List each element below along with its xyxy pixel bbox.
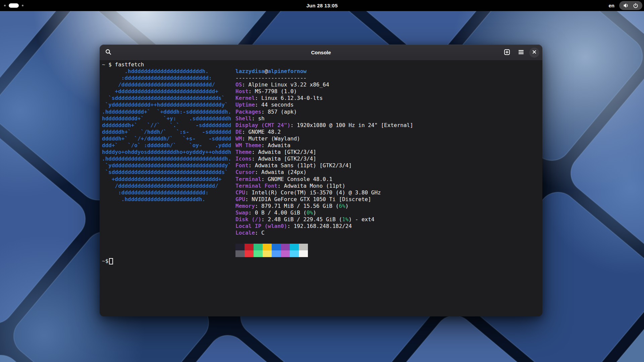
info-segment-label: Display (CMT 24")	[235, 122, 290, 128]
info-segment-accent: lazzydisa	[235, 68, 265, 74]
prompt-path: ~	[102, 258, 105, 264]
info-segment-text: : Mutter (Wayland)	[242, 135, 300, 142]
info-segment-text: : 644x362 @ 100 Hz in 24" [External]	[290, 122, 413, 128]
hamburger-menu-icon	[518, 49, 524, 56]
info-segment-accent: alpinefornow	[268, 68, 307, 74]
info-line: WM Theme: Adwaita	[235, 142, 413, 149]
info-segment-text: : Adwaita Sans (11pt) [GTK2/3/4]	[249, 162, 352, 169]
info-line: Font: Adwaita Sans (11pt) [GTK2/3/4]	[235, 162, 413, 169]
window-titlebar[interactable]: Console	[100, 45, 542, 61]
workspace-dot[interactable]	[4, 5, 6, 6]
search-icon	[105, 49, 112, 56]
clock[interactable]: Jun 28 13:05	[306, 0, 338, 11]
volume-icon	[623, 3, 629, 8]
info-segment-label: Cursor	[235, 169, 255, 175]
system-menu[interactable]	[619, 1, 642, 10]
info-line: WM: Mutter (Wayland)	[235, 135, 413, 142]
info-segment-label: GPU	[235, 196, 245, 202]
info-line: Kernel: Linux 6.12.34-0-lts	[235, 95, 413, 102]
console-window: Console	[100, 45, 542, 316]
info-segment-label: Locale	[235, 230, 255, 236]
palette-swatch	[272, 244, 281, 250]
palette-swatch	[245, 250, 254, 257]
info-segment-label: Uptime	[235, 102, 255, 108]
info-segment-label: Shell	[235, 115, 252, 122]
info-line: Cursor: Adwaita (24px)	[235, 169, 413, 176]
info-segment-label: WM	[235, 135, 242, 142]
info-line: Locale: C	[235, 230, 413, 236]
titlebar-actions	[501, 47, 539, 58]
palette-swatch	[235, 244, 245, 250]
fastfetch-info: lazzydisa@alpinefornow------------------…	[235, 68, 413, 236]
info-segment-green: 1%	[342, 216, 348, 223]
terminal-cursor[interactable]	[109, 258, 113, 264]
command-line: ~ $ fastfetch	[102, 61, 144, 68]
palette-swatch	[281, 244, 290, 250]
info-segment-text: )	[345, 203, 349, 209]
input-source-indicator[interactable]: en	[608, 3, 614, 8]
info-line: ----------------------	[235, 75, 413, 81]
color-palette	[235, 244, 308, 257]
info-segment-text: : 2.48 GiB / 229.45 GiB (	[261, 216, 342, 223]
workspace-indicator[interactable]	[4, 0, 23, 11]
workspace-pill-active[interactable]	[9, 3, 19, 8]
close-icon	[532, 50, 537, 55]
info-line: Memory: 879.71 MiB / 15.56 GiB (6%)	[235, 203, 413, 209]
palette-swatch	[263, 244, 272, 250]
info-segment-text: : GNOME 48.2	[242, 129, 281, 135]
info-segment-label: WM Theme	[235, 142, 261, 148]
info-segment-text: : NVIDIA GeForce GTX 1050 Ti [Discrete]	[245, 196, 371, 202]
info-segment-text: : MS-7798 (1.0)	[249, 88, 297, 95]
workspace-dot[interactable]	[22, 5, 23, 6]
menu-button[interactable]	[515, 47, 527, 58]
desktop: Jun 28 13:05 en	[0, 0, 644, 362]
info-segment-text: : 0 B / 4.00 GiB (	[249, 209, 307, 216]
palette-swatch	[299, 244, 308, 250]
info-segment-text: : Alpine Linux v3.22 x86_64	[242, 81, 329, 88]
info-segment-text: : Adwaita Mono (11pt)	[277, 183, 345, 189]
info-line: Shell: sh	[235, 115, 413, 122]
info-segment-text: : Adwaita (24px)	[255, 169, 307, 175]
info-segment-label: Host	[235, 88, 249, 95]
info-segment-label: Theme	[235, 149, 252, 155]
info-segment-label: Disk (/)	[235, 216, 261, 223]
info-line: Terminal: GNOME Console 48.0.1	[235, 176, 413, 183]
info-segment-text: : Adwaita	[261, 142, 290, 148]
info-segment-text: : Linux 6.12.34-0-lts	[255, 95, 323, 101]
info-segment-label: Memory	[235, 203, 255, 209]
info-line: lazzydisa@alpinefornow	[235, 68, 413, 75]
power-icon	[633, 3, 638, 8]
info-segment-label: Terminal	[235, 176, 261, 182]
palette-swatch	[272, 250, 281, 257]
palette-swatch	[245, 244, 254, 250]
palette-swatch	[281, 250, 290, 257]
prompt-symbol: $	[108, 61, 112, 68]
command-text: fastfetch	[115, 61, 144, 68]
info-segment-text: : 192.168.248.182/24	[287, 223, 352, 229]
search-button[interactable]	[103, 47, 114, 58]
new-tab-button[interactable]	[501, 47, 513, 58]
info-segment-text: : GNOME Console 48.0.1	[261, 176, 332, 182]
info-segment-label: Local IP (wlan0)	[235, 223, 287, 229]
info-segment-label: DE	[235, 129, 242, 135]
info-segment-label: Terminal Font	[235, 183, 277, 189]
info-line: Terminal Font: Adwaita Mono (11pt)	[235, 183, 413, 189]
info-segment-label: OS	[235, 81, 242, 88]
shell-prompt: ~ $	[102, 258, 113, 264]
terminal-content[interactable]: ~ $ fastfetch .hddddddddddddddddddddddh.…	[100, 60, 542, 316]
info-segment-label: CPU	[235, 189, 245, 196]
info-segment-text: )	[313, 209, 316, 216]
info-segment-text: : C	[255, 230, 265, 236]
info-line: OS: Alpine Linux v3.22 x86_64	[235, 81, 413, 88]
info-segment-text: : 857 (apk)	[261, 109, 297, 115]
window-title: Console	[311, 50, 331, 55]
info-line: Host: MS-7798 (1.0)	[235, 88, 413, 95]
info-line: CPU: Intel(R) Core(TM) i5-3570 (4) @ 3.8…	[235, 189, 413, 196]
close-button[interactable]	[529, 48, 539, 58]
palette-row-bright	[235, 250, 308, 257]
info-segment-text: ) - ext4	[348, 216, 374, 223]
info-segment-label: Packages	[235, 109, 261, 115]
palette-swatch	[235, 250, 245, 257]
info-line: Swap: 0 B / 4.00 GiB (0%)	[235, 209, 413, 216]
info-segment-green: 6%	[339, 203, 345, 209]
